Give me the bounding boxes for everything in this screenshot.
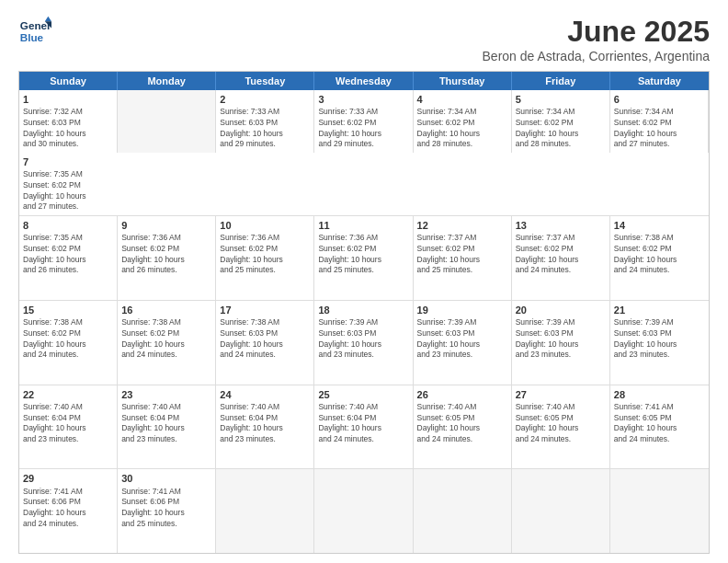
calendar-cell: 9Sunrise: 7:36 AMSunset: 6:02 PMDaylight… [118,216,216,300]
calendar-cell: 27Sunrise: 7:40 AMSunset: 6:05 PMDayligh… [512,385,610,469]
calendar-cell: 20Sunrise: 7:39 AMSunset: 6:03 PMDayligh… [512,301,610,385]
calendar-cell: 17Sunrise: 7:38 AMSunset: 6:03 PMDayligh… [216,301,314,385]
calendar-cell: 6Sunrise: 7:34 AMSunset: 6:02 PMDaylight… [610,90,709,153]
calendar-cell: 13Sunrise: 7:37 AMSunset: 6:02 PMDayligh… [512,216,610,300]
month-title: June 2025 [483,15,710,49]
calendar-week-4: 29Sunrise: 7:41 AMSunset: 6:06 PMDayligh… [19,469,709,553]
calendar-header: Sunday Monday Tuesday Wednesday Thursday… [19,72,709,90]
logo-icon: General Blue [18,15,51,48]
calendar-cell: 26Sunrise: 7:40 AMSunset: 6:05 PMDayligh… [414,385,512,469]
calendar-week-2: 15Sunrise: 7:38 AMSunset: 6:02 PMDayligh… [19,301,709,385]
calendar-cell [216,469,314,553]
header-tuesday: Tuesday [216,72,314,90]
calendar-cell [118,90,216,153]
calendar-cell: 10Sunrise: 7:36 AMSunset: 6:02 PMDayligh… [216,216,314,300]
calendar-cell: 24Sunrise: 7:40 AMSunset: 6:04 PMDayligh… [216,385,314,469]
calendar-cell: 29Sunrise: 7:41 AMSunset: 6:06 PMDayligh… [19,469,118,553]
calendar-cell [414,469,512,553]
svg-text:Blue: Blue [20,31,44,43]
subtitle: Beron de Astrada, Corrientes, Argentina [483,49,710,63]
calendar-cell [512,469,610,553]
calendar-cell: 1Sunrise: 7:32 AMSunset: 6:03 PMDaylight… [19,90,118,153]
header-friday: Friday [512,72,610,90]
calendar-cell [314,469,413,553]
calendar-cell: 2Sunrise: 7:33 AMSunset: 6:03 PMDaylight… [216,90,314,153]
header-saturday: Saturday [610,72,709,90]
calendar-week-1: 8Sunrise: 7:35 AMSunset: 6:02 PMDaylight… [19,216,709,301]
page: General Blue June 2025 Beron de Astrada,… [0,0,728,563]
calendar-cell [610,469,709,553]
header-wednesday: Wednesday [314,72,413,90]
calendar: Sunday Monday Tuesday Wednesday Thursday… [18,71,710,554]
calendar-cell: 7Sunrise: 7:35 AMSunset: 6:02 PMDaylight… [19,153,118,215]
calendar-cell: 15Sunrise: 7:38 AMSunset: 6:02 PMDayligh… [19,301,118,385]
header-sunday: Sunday [19,72,118,90]
calendar-cell: 21Sunrise: 7:39 AMSunset: 6:03 PMDayligh… [610,301,709,385]
calendar-cell: 19Sunrise: 7:39 AMSunset: 6:03 PMDayligh… [414,301,512,385]
calendar-cell: 5Sunrise: 7:34 AMSunset: 6:02 PMDaylight… [512,90,610,153]
calendar-cell: 4Sunrise: 7:34 AMSunset: 6:02 PMDaylight… [414,90,512,153]
calendar-cell: 23Sunrise: 7:40 AMSunset: 6:04 PMDayligh… [118,385,216,469]
header: General Blue June 2025 Beron de Astrada,… [18,15,710,63]
calendar-cell: 25Sunrise: 7:40 AMSunset: 6:04 PMDayligh… [314,385,413,469]
calendar-week-0: 1Sunrise: 7:32 AMSunset: 6:03 PMDaylight… [19,90,709,216]
calendar-cell: 18Sunrise: 7:39 AMSunset: 6:03 PMDayligh… [314,301,413,385]
calendar-cell: 3Sunrise: 7:33 AMSunset: 6:02 PMDaylight… [314,90,413,153]
calendar-cell: 8Sunrise: 7:35 AMSunset: 6:02 PMDaylight… [19,216,118,300]
calendar-cell: 12Sunrise: 7:37 AMSunset: 6:02 PMDayligh… [414,216,512,300]
calendar-body: 1Sunrise: 7:32 AMSunset: 6:03 PMDaylight… [19,90,709,553]
calendar-week-3: 22Sunrise: 7:40 AMSunset: 6:04 PMDayligh… [19,385,709,470]
logo: General Blue [18,15,51,48]
header-thursday: Thursday [414,72,512,90]
header-monday: Monday [118,72,216,90]
calendar-cell: 30Sunrise: 7:41 AMSunset: 6:06 PMDayligh… [118,469,216,553]
calendar-cell: 14Sunrise: 7:38 AMSunset: 6:02 PMDayligh… [610,216,709,300]
calendar-cell: 22Sunrise: 7:40 AMSunset: 6:04 PMDayligh… [19,385,118,469]
calendar-cell: 28Sunrise: 7:41 AMSunset: 6:05 PMDayligh… [610,385,709,469]
calendar-cell: 11Sunrise: 7:36 AMSunset: 6:02 PMDayligh… [314,216,413,300]
title-block: June 2025 Beron de Astrada, Corrientes, … [483,15,710,63]
calendar-cell: 16Sunrise: 7:38 AMSunset: 6:02 PMDayligh… [118,301,216,385]
